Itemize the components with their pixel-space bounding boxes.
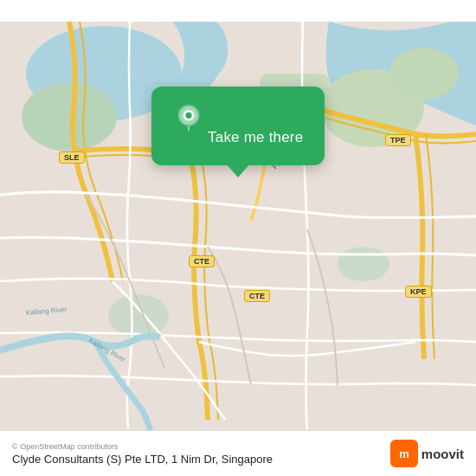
map-container: SLE SLE CTE CTE TPE KPE Punggol Rd Kalla…: [0, 0, 476, 476]
road-label-cte2: CTE: [244, 290, 270, 302]
location-pin-icon: [173, 102, 204, 133]
take-me-there-button[interactable]: Take me there: [208, 129, 303, 146]
svg-text:m: m: [399, 447, 409, 460]
copyright-text: © OpenStreetMap contributors: [12, 442, 273, 451]
svg-point-2: [22, 82, 117, 151]
bottom-left: © OpenStreetMap contributors Clyde Consu…: [12, 442, 273, 466]
road-label-cte: CTE: [189, 255, 215, 267]
svg-point-7: [338, 247, 389, 281]
moovit-logo[interactable]: m moovit: [390, 440, 464, 467]
location-label: Clyde Consultants (S) Pte LTD, 1 Nim Dr,…: [12, 453, 273, 466]
svg-point-11: [185, 113, 191, 119]
road-label-kpe: KPE: [405, 286, 432, 298]
road-label-tpe: TPE: [385, 134, 411, 146]
svg-point-4: [389, 48, 459, 100]
location-card: Take me there: [151, 87, 325, 165]
moovit-icon: m: [390, 440, 418, 467]
road-label-sle: SLE: [59, 151, 85, 164]
bottom-bar: © OpenStreetMap contributors Clyde Consu…: [0, 430, 476, 476]
moovit-label: moovit: [421, 447, 464, 461]
